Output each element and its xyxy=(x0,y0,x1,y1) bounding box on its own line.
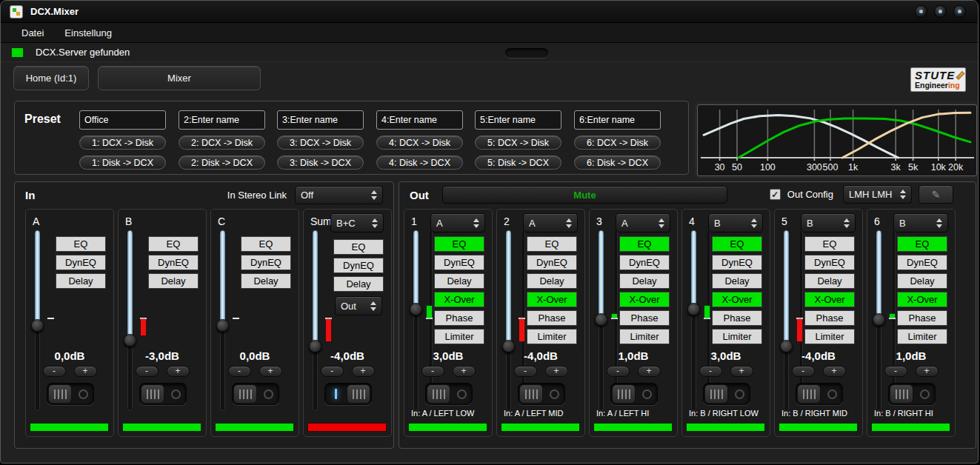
out-config-select[interactable]: LMH LMH xyxy=(843,185,912,204)
eq-button[interactable]: EQ xyxy=(897,236,947,252)
phase-button[interactable]: Phase xyxy=(897,310,947,326)
preset-name-input[interactable] xyxy=(79,110,166,130)
disk-to-dcx-button[interactable]: 5: Disk -> DCX xyxy=(475,155,561,170)
dyneq-button[interactable]: DynEQ xyxy=(619,255,670,270)
preset-name-input[interactable] xyxy=(376,110,463,130)
phase-button[interactable]: Phase xyxy=(527,310,577,326)
tab-home[interactable]: Home (Id:1) xyxy=(13,66,89,90)
source-select[interactable]: A xyxy=(430,213,485,232)
dyneq-button[interactable]: DynEQ xyxy=(241,255,291,270)
dcx-to-disk-button[interactable]: 1: DCX -> Disk xyxy=(79,136,166,150)
channel-power-toggle[interactable] xyxy=(232,383,279,405)
phase-button[interactable]: Phase xyxy=(804,310,855,326)
xover-button[interactable]: X-Over xyxy=(434,292,484,307)
fader-knob[interactable] xyxy=(873,313,885,326)
eq-button[interactable]: EQ xyxy=(434,236,484,252)
source-select[interactable]: A xyxy=(616,213,670,232)
xover-button[interactable]: X-Over xyxy=(712,292,762,307)
eq-button[interactable]: EQ xyxy=(804,236,855,252)
channel-power-toggle[interactable] xyxy=(703,383,750,405)
dcx-to-disk-button[interactable]: 4: DCX -> Disk xyxy=(376,136,463,150)
dyneq-button[interactable]: DynEQ xyxy=(527,255,577,270)
fader-knob[interactable] xyxy=(124,334,136,347)
xover-button[interactable]: X-Over xyxy=(804,292,855,307)
delay-button[interactable]: Delay xyxy=(333,276,384,292)
channel-power-toggle[interactable] xyxy=(425,383,473,405)
gain-minus-button[interactable]: - xyxy=(884,366,907,377)
minimize-button[interactable] xyxy=(915,5,927,18)
dyneq-button[interactable]: DynEQ xyxy=(434,255,484,270)
gain-minus-button[interactable]: - xyxy=(421,366,444,377)
preset-name-input[interactable] xyxy=(179,110,265,130)
xover-button[interactable]: X-Over xyxy=(527,292,577,307)
delay-button[interactable]: Delay xyxy=(56,273,106,289)
disk-to-dcx-button[interactable]: 1: Disk -> DCX xyxy=(79,155,166,170)
delay-button[interactable]: Delay xyxy=(804,273,855,289)
fader-knob[interactable] xyxy=(595,313,607,326)
eq-button[interactable]: EQ xyxy=(333,239,384,255)
gain-plus-button[interactable]: + xyxy=(259,366,282,377)
gain-plus-button[interactable]: + xyxy=(545,366,568,377)
preset-name-input[interactable] xyxy=(475,110,561,130)
gain-plus-button[interactable]: + xyxy=(730,366,753,377)
limiter-button[interactable]: Limiter xyxy=(527,329,577,344)
channel-power-toggle[interactable] xyxy=(888,383,936,405)
mute-button[interactable]: Mute xyxy=(442,186,727,204)
dyneq-button[interactable]: DynEQ xyxy=(897,255,947,270)
channel-power-toggle[interactable] xyxy=(610,383,658,405)
xover-button[interactable]: X-Over xyxy=(897,292,947,307)
dcx-to-disk-button[interactable]: 6: DCX -> Disk xyxy=(574,136,661,150)
limiter-button[interactable]: Limiter xyxy=(619,329,670,344)
dyneq-button[interactable]: DynEQ xyxy=(148,255,199,270)
phase-button[interactable]: Phase xyxy=(619,310,670,326)
limiter-button[interactable]: Limiter xyxy=(804,329,855,344)
tab-mixer[interactable]: Mixer xyxy=(98,66,261,90)
eq-button[interactable]: EQ xyxy=(527,236,577,252)
gain-plus-button[interactable]: + xyxy=(167,366,190,377)
dyneq-button[interactable]: DynEQ xyxy=(804,255,855,270)
delay-button[interactable]: Delay xyxy=(897,273,947,289)
gain-plus-button[interactable]: + xyxy=(74,366,97,377)
limiter-button[interactable]: Limiter xyxy=(434,329,484,344)
sum-output-select[interactable]: Out xyxy=(335,296,382,315)
gain-minus-button[interactable]: - xyxy=(136,366,159,377)
source-select[interactable]: A xyxy=(523,213,578,232)
close-button[interactable] xyxy=(953,5,966,18)
dcx-to-disk-button[interactable]: 5: DCX -> Disk xyxy=(475,136,561,150)
limiter-button[interactable]: Limiter xyxy=(897,329,947,344)
gain-minus-button[interactable]: - xyxy=(43,366,66,377)
disk-to-dcx-button[interactable]: 3: Disk -> DCX xyxy=(277,155,364,170)
dcx-to-disk-button[interactable]: 3: DCX -> Disk xyxy=(277,136,364,150)
dyneq-button[interactable]: DynEQ xyxy=(56,255,106,270)
preset-name-input[interactable] xyxy=(277,110,364,130)
gain-minus-button[interactable]: - xyxy=(607,366,630,377)
dcx-to-disk-button[interactable]: 2: DCX -> Disk xyxy=(179,136,265,150)
menu-item-einstellung[interactable]: Einstellung xyxy=(64,27,112,39)
delay-button[interactable]: Delay xyxy=(241,273,291,289)
eq-button[interactable]: EQ xyxy=(712,236,762,252)
channel-power-toggle[interactable] xyxy=(139,383,187,405)
fader-knob[interactable] xyxy=(410,303,422,315)
delay-button[interactable]: Delay xyxy=(527,273,577,289)
delay-button[interactable]: Delay xyxy=(619,273,670,289)
gain-minus-button[interactable]: - xyxy=(699,366,722,377)
gain-plus-button[interactable]: + xyxy=(453,366,476,377)
source-select[interactable]: B xyxy=(893,213,948,232)
eq-button[interactable]: EQ xyxy=(56,236,106,252)
channel-power-toggle[interactable] xyxy=(796,383,843,405)
gain-minus-button[interactable]: - xyxy=(514,366,537,377)
eq-button[interactable]: EQ xyxy=(619,236,670,252)
gain-plus-button[interactable]: + xyxy=(916,366,939,377)
phase-button[interactable]: Phase xyxy=(712,310,762,326)
gain-plus-button[interactable]: + xyxy=(823,366,846,377)
menu-item-datei[interactable]: Datei xyxy=(21,27,44,39)
stereo-link-select[interactable]: Off xyxy=(295,186,383,204)
delay-button[interactable]: Delay xyxy=(148,273,199,289)
limiter-button[interactable]: Limiter xyxy=(712,329,762,344)
sum-input-select[interactable]: B+C xyxy=(330,213,384,232)
fader-knob[interactable] xyxy=(687,303,700,315)
disk-to-dcx-button[interactable]: 2: Disk -> DCX xyxy=(179,155,265,170)
fader-knob[interactable] xyxy=(216,319,229,332)
delay-button[interactable]: Delay xyxy=(434,273,484,289)
source-select[interactable]: B xyxy=(708,213,763,232)
